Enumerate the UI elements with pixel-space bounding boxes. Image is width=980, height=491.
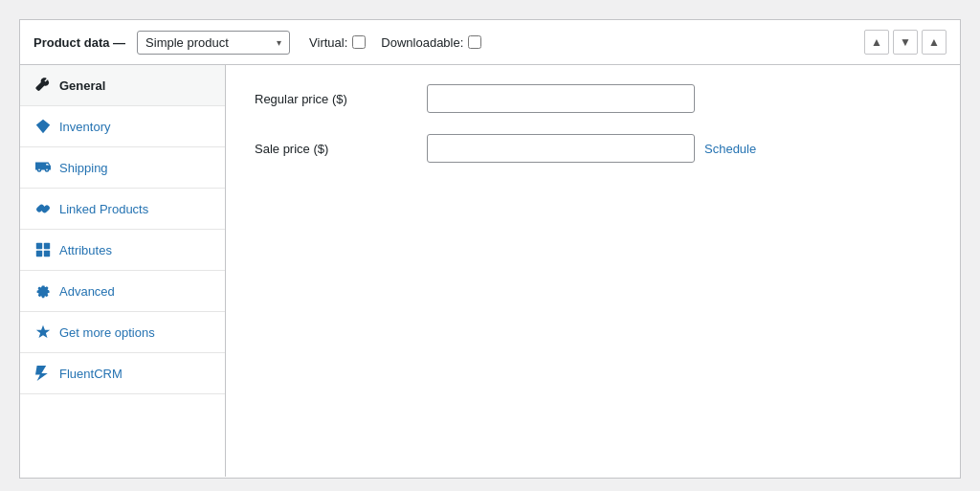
virtual-label: Virtual: — [309, 35, 347, 50]
sale-price-row: Sale price ($) Schedule — [255, 134, 931, 163]
sidebar-item-advanced-label: Advanced — [59, 284, 115, 299]
content-area: Regular price ($) Sale price ($) Schedul… — [226, 65, 960, 477]
sidebar-item-attributes-label: Attributes — [59, 243, 112, 257]
collapse-up-button[interactable]: ▲ — [864, 30, 889, 55]
sidebar-item-get-more-options-label: Get more options — [59, 325, 155, 340]
product-data-body: General Inventory Shipping — [20, 65, 960, 477]
downloadable-label: Downloadable: — [381, 35, 463, 50]
header-controls: ▲ ▼ ▲ — [864, 30, 947, 55]
virtual-checkbox[interactable] — [352, 35, 366, 49]
sidebar-item-linked-products[interactable]: Linked Products — [20, 189, 225, 230]
truck-icon — [35, 160, 51, 175]
virtual-checkbox-label[interactable]: Virtual: — [309, 35, 366, 50]
sale-price-input[interactable] — [427, 134, 695, 163]
sidebar-item-inventory-label: Inventory — [59, 120, 110, 134]
downloadable-checkbox[interactable] — [468, 35, 481, 49]
sidebar-item-shipping[interactable]: Shipping — [20, 147, 225, 189]
collapse-down-button[interactable]: ▼ — [893, 30, 918, 55]
wrench-icon — [35, 78, 51, 93]
sidebar: General Inventory Shipping — [20, 65, 226, 477]
sidebar-item-attributes[interactable]: Attributes — [20, 230, 225, 271]
product-type-select[interactable]: Simple product ▾ — [137, 31, 290, 55]
svg-rect-0 — [36, 243, 42, 249]
star-icon — [35, 324, 51, 340]
link-icon — [35, 201, 51, 216]
svg-rect-2 — [36, 251, 42, 257]
product-data-header: Product data — Simple product ▾ Virtual:… — [20, 20, 960, 65]
table-icon — [35, 242, 51, 257]
gear-icon — [35, 283, 51, 299]
header-options: Virtual: Downloadable: — [309, 35, 481, 50]
sidebar-item-advanced[interactable]: Advanced — [20, 271, 225, 312]
sidebar-item-fluentcrm-label: FluentCRM — [59, 367, 122, 381]
regular-price-input[interactable] — [427, 84, 695, 113]
diamond-icon — [35, 119, 51, 134]
schedule-link[interactable]: Schedule — [704, 142, 756, 156]
chevron-down-icon: ▾ — [277, 37, 281, 48]
sidebar-item-get-more-options[interactable]: Get more options — [20, 312, 225, 353]
sale-price-label: Sale price ($) — [255, 142, 427, 156]
product-type-value: Simple product — [145, 35, 229, 50]
product-data-label: Product data — — [33, 35, 125, 50]
regular-price-label: Regular price ($) — [255, 92, 427, 106]
svg-rect-3 — [44, 251, 50, 257]
sidebar-item-general[interactable]: General — [20, 65, 225, 106]
bolt-icon — [35, 366, 51, 381]
expand-button[interactable]: ▲ — [922, 30, 947, 55]
regular-price-row: Regular price ($) — [255, 84, 931, 113]
sidebar-item-inventory[interactable]: Inventory — [20, 106, 225, 147]
sidebar-item-linked-products-label: Linked Products — [59, 202, 148, 216]
sidebar-item-shipping-label: Shipping — [59, 161, 108, 175]
svg-rect-1 — [44, 243, 50, 249]
product-data-box: Product data — Simple product ▾ Virtual:… — [19, 19, 961, 479]
sidebar-item-fluentcrm[interactable]: FluentCRM — [20, 353, 225, 394]
downloadable-checkbox-label[interactable]: Downloadable: — [381, 35, 481, 50]
sidebar-item-general-label: General — [59, 78, 105, 93]
